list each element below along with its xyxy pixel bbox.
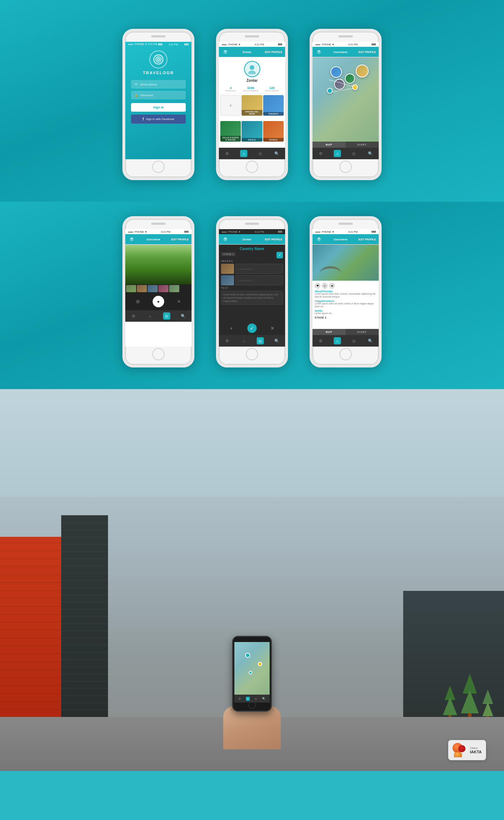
battery: ▮▮▮	[184, 230, 189, 233]
map-marker-1[interactable]	[327, 88, 333, 94]
add-travel-tile[interactable]: +	[220, 95, 241, 116]
edit-actions: + ✓ ✕	[219, 321, 285, 335]
profile-stats: 4 TRAVELS 3296 FOLLOWERS 126 FOLLOWED	[219, 85, 285, 94]
tree-1	[443, 686, 457, 721]
battery: ▮▮▮	[278, 43, 282, 46]
diary-edit-btn[interactable]: EDIT PROFILE	[171, 238, 189, 241]
travel-tile-spagna[interactable]: SPAGNA DEL NORD	[242, 95, 262, 116]
reaction-2[interactable]: ☺	[322, 283, 328, 289]
diary-detail-screen: ●●●○ PHONE ▼ 4:21 PM ▮▮▮ Username EDIT P…	[312, 229, 379, 347]
nav-search[interactable]: 🔍	[273, 337, 280, 344]
stat-followers: 3296 FOLLOWERS	[243, 86, 258, 92]
close-btn[interactable]: ✕	[174, 297, 184, 307]
confirm-checkmark[interactable]: ✓	[276, 252, 283, 258]
thumb-5[interactable]	[169, 285, 179, 292]
detail-content: ❤ ☺ ★ GlocalTraveller Lorem ipsum dolor …	[312, 281, 379, 329]
nav-home[interactable]: ⌂	[147, 312, 154, 320]
image-row-1: Lorem Ipsum	[221, 264, 283, 274]
tile-label-toronto: TORONTO	[263, 112, 284, 116]
sky	[0, 389, 504, 497]
header-logo	[222, 48, 229, 55]
detail-edit-btn[interactable]: EDIT PROFILE	[359, 238, 376, 241]
trees	[443, 674, 493, 721]
confirm-action-btn[interactable]: ✓	[247, 324, 257, 333]
text-content[interactable]: Lorem dolor sit amet, consectetur adipis…	[221, 291, 283, 305]
tab-diary[interactable]: DIARY	[346, 142, 379, 148]
nav-search[interactable]: 🔍	[273, 150, 280, 157]
thumb-1[interactable]	[126, 285, 136, 292]
comment-2: ViaggiAvventure Lorem ipsum dolor sit am…	[315, 300, 377, 308]
map-edit-btn[interactable]: EDIT PROFILE	[359, 51, 376, 53]
phone-edit: ●●●○ PHONE ▼ 4:21 PM ▮▮▮ Zontar EDIT PRO…	[216, 216, 288, 367]
cancel-action-btn[interactable]: ✕	[268, 324, 277, 333]
profile-header: Zontar EDIT PROFILE	[219, 47, 285, 57]
map-pin-1[interactable]	[330, 66, 342, 78]
phone-profile: ●●●○ PHONE ▼ 4:21 PM ▮▮▮ Zontar EDIT PRO…	[216, 29, 288, 180]
travel-tile-toronto[interactable]: TORONTO	[263, 95, 284, 116]
image-row-2: Lorem Ipsum	[221, 275, 283, 285]
tree-3	[482, 690, 493, 721]
reactions-row: ❤ ☺ ★	[315, 283, 377, 289]
stage2-label: STAGE 2	[315, 316, 377, 319]
nav-settings[interactable]: ⚙	[224, 337, 231, 344]
map-view[interactable]	[312, 57, 379, 142]
nav-settings[interactable]: ⚙	[130, 312, 137, 320]
detail-tab-map[interactable]: MAP	[312, 329, 346, 335]
nav-globe[interactable]: ◎	[257, 337, 264, 344]
detail-tab-diary[interactable]: DIARY	[346, 329, 379, 335]
reaction-3[interactable]: ★	[329, 283, 335, 289]
map-pin-4[interactable]	[334, 79, 345, 90]
nav-search[interactable]: 🔍	[367, 150, 374, 157]
camera-btn[interactable]: ●	[153, 296, 164, 307]
nav-search[interactable]: 🔍	[367, 337, 374, 344]
detail-photo	[312, 245, 379, 281]
nav-home[interactable]: ⌂	[240, 337, 247, 344]
edit-profile-btn[interactable]: EDIT PROFILE	[265, 51, 282, 53]
nav-settings[interactable]: ⚙	[317, 337, 324, 344]
lorem-placeholder-2: Lorem Ipsum	[235, 275, 283, 285]
travel-tile-sicilia[interactable]: SICILIA	[242, 121, 262, 142]
thumb-3[interactable]	[148, 285, 158, 292]
password-field[interactable]: 🔒 Password	[131, 91, 186, 99]
nav-globe[interactable]: ◎	[350, 150, 357, 157]
reaction-1[interactable]: ❤	[315, 283, 320, 289]
tab-map[interactable]: MAP	[312, 142, 346, 148]
nav-globe[interactable]: ◎	[350, 337, 357, 344]
thumb-4[interactable]	[158, 285, 168, 292]
add-action-btn[interactable]: +	[227, 324, 236, 333]
travel-tile-valle[interactable]: VALLE D'AOSTA E SAVOIE	[220, 121, 241, 142]
edit-profile-btn[interactable]: EDIT PROFILE	[265, 238, 282, 241]
grid-view-btn[interactable]: ⊞	[133, 297, 143, 307]
profile-avatar-area: Zontar	[219, 57, 285, 85]
login-screen: ●●●○ PHONE ▼ 4:21 PM ▮▮▮ 4:21 PM ▮▮▮	[125, 42, 192, 159]
nav-settings[interactable]: ⚙	[224, 150, 231, 157]
signin-button[interactable]: Sign In	[131, 103, 186, 112]
nav-home[interactable]: ⌂	[334, 150, 341, 157]
thumb-2[interactable]	[137, 285, 147, 292]
map-pin-2[interactable]	[345, 73, 355, 84]
user3-name: Spiritu	[315, 309, 377, 312]
email-field[interactable]: ✉ Email adress	[131, 80, 186, 89]
image-thumb-2[interactable]	[221, 275, 234, 285]
email-placeholder: Email adress	[140, 83, 157, 86]
nav-globe[interactable]: ◎	[257, 150, 264, 157]
facebook-signin-button[interactable]: f Sign In with Facebook	[131, 115, 186, 124]
lock-icon: 🔒	[134, 93, 138, 97]
nav-search[interactable]: 🔍	[180, 312, 187, 320]
travel-tile-franza[interactable]: FRANZA	[263, 121, 284, 142]
diary-thumbnails	[125, 284, 192, 293]
image-thumb-1[interactable]	[221, 264, 234, 274]
nav-settings[interactable]: ⚙	[317, 150, 324, 157]
signal: ●●●○ PHONE ▼	[315, 43, 334, 46]
svg-point-10	[131, 238, 132, 239]
diary-main-photo	[125, 245, 192, 284]
map-pin-3[interactable]	[356, 64, 369, 77]
nav-home[interactable]: ⌂	[334, 337, 341, 344]
tile-label-franza: FRANZA	[263, 138, 284, 142]
signal: ●●●○ PHONE ▼	[315, 231, 334, 233]
time: 4:21 PM	[255, 231, 264, 233]
bottom-nav-6: ⚙ ⌂ ◎ 🔍	[312, 335, 379, 347]
nav-home[interactable]: ⌂	[240, 150, 247, 157]
nav-globe[interactable]: ◎	[163, 312, 170, 320]
iakta-text-group: Client: IAKTA	[470, 747, 482, 754]
